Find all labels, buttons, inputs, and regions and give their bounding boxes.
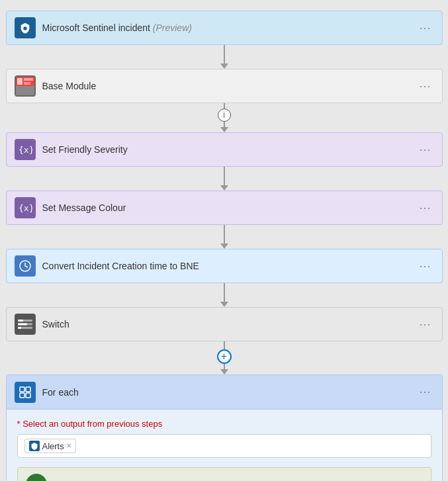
variable-icon-2: {x}	[15, 197, 36, 218]
switch-icon	[15, 314, 36, 335]
svg-rect-3	[17, 78, 22, 85]
svg-text:{x}: {x}	[19, 203, 32, 213]
sentinel-label: Microsoft Sentinel incident (Preview)	[42, 22, 417, 33]
step-switch[interactable]: Switch ···	[6, 307, 443, 341]
info-icon: i	[218, 109, 231, 122]
connector-plus: +	[217, 341, 232, 374]
base-module-label: Base Module	[42, 81, 417, 91]
step-set-friendly-severity[interactable]: {x} Set Friendly Severity ···	[6, 132, 443, 167]
svg-rect-4	[24, 78, 33, 81]
svg-rect-5	[24, 82, 30, 85]
step-set-message-colour[interactable]: {x} Set Message Colour ···	[6, 191, 443, 225]
step-http[interactable]: HTTP ···	[17, 467, 431, 481]
convert-incident-menu[interactable]: ···	[416, 257, 433, 276]
foreach-body: * Select an output from previous steps A…	[7, 410, 442, 481]
base-module-menu[interactable]: ···	[416, 77, 433, 96]
connector-4	[220, 283, 228, 307]
sentinel-icon	[15, 17, 36, 38]
connector-info: i	[218, 103, 231, 132]
switch-label: Switch	[42, 319, 417, 329]
alerts-tag-icon	[29, 441, 40, 451]
svg-rect-20	[26, 393, 30, 398]
foreach-label: For each	[42, 387, 417, 398]
variable-icon-1: {x}	[15, 139, 36, 160]
svg-rect-15	[18, 324, 27, 326]
alerts-tag[interactable]: Alerts ×	[24, 439, 76, 453]
svg-rect-16	[18, 327, 21, 329]
svg-point-0	[23, 26, 26, 30]
svg-rect-18	[26, 387, 30, 392]
svg-text:{x}: {x}	[19, 145, 32, 155]
foreach-menu[interactable]: ···	[416, 382, 433, 402]
base-module-icon	[15, 75, 36, 97]
alerts-input[interactable]: Alerts ×	[17, 434, 431, 458]
step-base-module[interactable]: Base Module ···	[6, 69, 443, 103]
connector-1	[220, 45, 228, 69]
set-message-colour-label: Set Message Colour	[42, 202, 417, 213]
set-friendly-severity-label: Set Friendly Severity	[42, 144, 417, 155]
connector-2	[220, 167, 228, 191]
foreach-container: For each ··· * Select an output from pre…	[6, 374, 443, 481]
alerts-close-button[interactable]: ×	[67, 441, 71, 451]
sentinel-menu[interactable]: ···	[416, 19, 433, 38]
foreach-header[interactable]: For each ···	[7, 375, 442, 410]
add-step-button[interactable]: +	[217, 349, 232, 364]
svg-rect-14	[18, 320, 23, 322]
svg-rect-2	[16, 86, 34, 95]
flow-container: Microsoft Sentinel incident (Preview) ··…	[6, 11, 443, 481]
convert-incident-label: Convert Incident Creation time to BNE	[42, 261, 417, 271]
connector-3	[220, 225, 228, 249]
step-convert-incident[interactable]: Convert Incident Creation time to BNE ··…	[6, 249, 443, 283]
set-friendly-severity-menu[interactable]: ···	[416, 140, 433, 159]
http-menu[interactable]: ···	[405, 475, 422, 482]
clock-icon	[15, 255, 36, 277]
switch-menu[interactable]: ···	[416, 315, 433, 334]
alerts-tag-label: Alerts	[42, 441, 64, 451]
foreach-select-label: * Select an output from previous steps	[17, 419, 431, 429]
foreach-icon	[15, 382, 36, 403]
step-sentinel[interactable]: Microsoft Sentinel incident (Preview) ··…	[6, 11, 443, 45]
svg-rect-17	[20, 387, 24, 392]
set-message-colour-menu[interactable]: ···	[416, 198, 433, 218]
http-icon	[26, 474, 47, 481]
svg-rect-19	[20, 393, 24, 398]
svg-line-10	[25, 266, 28, 267]
